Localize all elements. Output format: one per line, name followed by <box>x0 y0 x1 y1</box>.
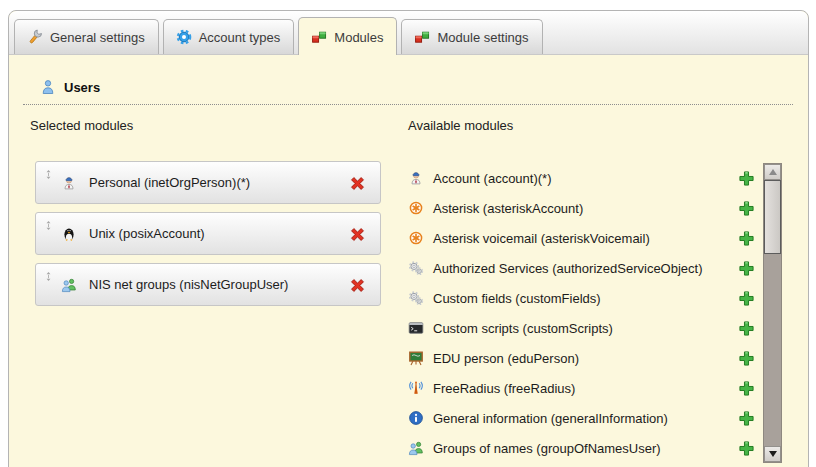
remove-module-button[interactable] <box>349 277 366 294</box>
blackboard-icon <box>408 350 424 366</box>
selected-module-item[interactable]: NIS net groups (nisNetGroupUser) <box>35 263 381 306</box>
module-label: Groups of names (groupOfNamesUser) <box>433 441 661 456</box>
add-module-button[interactable] <box>738 290 755 307</box>
tab-label: Account types <box>199 30 281 45</box>
group-icon <box>408 440 424 456</box>
info-icon <box>408 410 424 426</box>
users-section-heading: Users <box>23 79 793 105</box>
user-icon <box>40 79 56 95</box>
selected-module-item[interactable]: Unix (posixAccount) <box>35 212 381 255</box>
available-module-item: Account (account)(*) <box>408 163 755 193</box>
asterisk-icon <box>408 200 424 216</box>
available-modules-list: Account (account)(*)Asterisk (asteriskAc… <box>408 163 755 463</box>
remove-module-button[interactable] <box>349 175 366 192</box>
scroll-up-button[interactable] <box>764 164 781 180</box>
module-label: Account (account)(*) <box>433 171 552 186</box>
gears-icon <box>408 260 424 276</box>
terminal-icon <box>408 320 424 336</box>
antenna-icon <box>408 380 424 396</box>
modules-tab-panel: Users Selected modules Available modules… <box>9 55 808 467</box>
remove-module-button[interactable] <box>349 226 366 243</box>
scroll-down-button[interactable] <box>764 446 781 462</box>
add-module-button[interactable] <box>738 320 755 337</box>
tab-module-settings[interactable]: Module settings <box>401 19 542 54</box>
module-label: Asterisk voicemail (asteriskVoicemail) <box>433 231 650 246</box>
add-module-button[interactable] <box>738 350 755 367</box>
available-module-item: FreeRadius (freeRadius) <box>408 373 755 403</box>
available-module-item: Custom fields (customFields) <box>408 283 755 313</box>
add-module-button[interactable] <box>738 440 755 457</box>
gear-icon <box>176 29 192 45</box>
available-modules-scrollbar[interactable] <box>763 163 782 463</box>
available-module-item: Authorized Services (authorizedServiceOb… <box>408 253 755 283</box>
modules-icon <box>311 29 327 45</box>
drag-handle-icon[interactable] <box>43 269 54 287</box>
wrench-icon <box>27 29 43 45</box>
tab-label: Modules <box>334 30 383 45</box>
module-label: Unix (posixAccount) <box>89 213 205 254</box>
available-module-item: Asterisk (asteriskAccount) <box>408 193 755 223</box>
add-module-button[interactable] <box>738 260 755 277</box>
add-module-button[interactable] <box>738 380 755 397</box>
person-icon <box>408 170 424 186</box>
available-module-item: General information (generalInformation) <box>408 403 755 433</box>
selected-modules-label: Selected modules <box>30 118 133 133</box>
tab-modules[interactable]: Modules <box>298 17 397 55</box>
module-label: Custom fields (customFields) <box>433 291 601 306</box>
selected-module-item[interactable]: Personal (inetOrgPerson)(*) <box>35 161 381 204</box>
module-label: NIS net groups (nisNetGroupUser) <box>89 264 288 305</box>
module-label: FreeRadius (freeRadius) <box>433 381 575 396</box>
drag-handle-icon[interactable] <box>43 167 54 185</box>
drag-handle-icon[interactable] <box>43 218 54 236</box>
tab-label: General settings <box>50 30 145 45</box>
add-module-button[interactable] <box>738 170 755 187</box>
tab-account-types[interactable]: Account types <box>163 19 295 54</box>
selected-modules-list: Personal (inetOrgPerson)(*)Unix (posixAc… <box>35 161 381 314</box>
module-label: General information (generalInformation) <box>433 411 668 426</box>
gears-icon <box>408 290 424 306</box>
tab-bar: General settingsAccount typesModulesModu… <box>9 11 808 55</box>
modules-icon <box>414 29 430 45</box>
group-icon <box>61 277 77 293</box>
asterisk-icon <box>408 230 424 246</box>
module-label: EDU person (eduPerson) <box>433 351 579 366</box>
scroll-down-icon <box>769 451 777 457</box>
tab-label: Module settings <box>437 30 528 45</box>
scroll-thumb[interactable] <box>764 180 781 254</box>
tab-general-settings[interactable]: General settings <box>14 19 159 54</box>
available-module-item: Custom scripts (customScripts) <box>408 313 755 343</box>
settings-window: General settingsAccount typesModulesModu… <box>8 10 809 467</box>
add-module-button[interactable] <box>738 410 755 427</box>
available-module-item: EDU person (eduPerson) <box>408 343 755 373</box>
tux-icon <box>61 226 77 242</box>
available-module-item: Asterisk voicemail (asteriskVoicemail) <box>408 223 755 253</box>
person-icon <box>61 175 77 191</box>
available-modules-label: Available modules <box>408 118 513 133</box>
module-label: Custom scripts (customScripts) <box>433 321 613 336</box>
section-title: Users <box>64 80 100 95</box>
add-module-button[interactable] <box>738 200 755 217</box>
scroll-up-icon <box>769 169 777 175</box>
module-label: Asterisk (asteriskAccount) <box>433 201 583 216</box>
available-module-item: Groups of names (groupOfNamesUser) <box>408 433 755 463</box>
module-label: Authorized Services (authorizedServiceOb… <box>433 261 703 276</box>
module-label: Personal (inetOrgPerson)(*) <box>89 162 250 203</box>
add-module-button[interactable] <box>738 230 755 247</box>
